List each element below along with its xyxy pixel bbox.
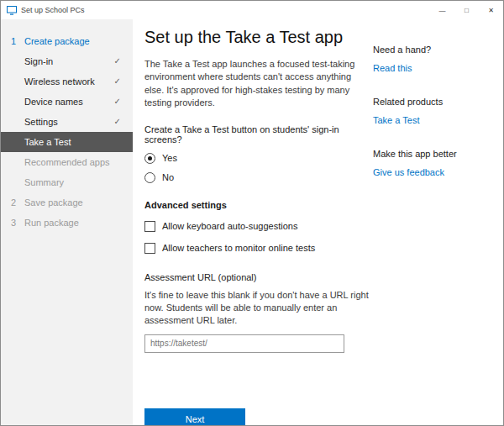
step-label: Create package [24,36,90,46]
check-icon: ✓ [114,57,121,66]
step-run-package: 3 Run package [1,213,133,233]
radio-option-no[interactable]: No [144,172,373,183]
sidebar-item-label: Summary [24,177,64,187]
sidebar-item-label: Device names [24,97,83,107]
radio-option-yes[interactable]: Yes [144,153,373,164]
checkbox-control[interactable] [144,221,155,232]
checkbox-keyboard-autosuggestions[interactable]: Allow keyboard auto-suggestions [144,221,373,232]
related-products-section: Related products Take a Test [373,97,503,125]
assessment-url-input[interactable] [144,334,344,353]
app-window: Set up School PCs — □ ✕ 1 Create package… [0,0,504,426]
checkbox-label: Allow teachers to monitor online tests [162,243,315,253]
sidebar-item-settings[interactable]: Settings ✓ [1,112,133,132]
signin-button-question: Create a Take a Test button on students'… [144,124,373,145]
sidebar-item-label: Take a Test [24,137,71,147]
step-number: 1 [11,36,24,46]
advanced-settings-heading: Advanced settings [144,200,373,210]
sidebar-item-wireless-network[interactable]: Wireless network ✓ [1,71,133,92]
sidebar-item-label: Settings [24,117,58,127]
make-app-better-heading: Make this app better [373,149,503,159]
app-icon [7,6,17,15]
read-this-link[interactable]: Read this [373,63,412,73]
window-title: Set up School PCs [21,6,85,14]
page-title: Set up the Take a Test app [144,28,373,47]
window-body: 1 Create package Sign-in ✓ Wireless netw… [1,19,503,425]
window-controls: — □ ✕ [430,1,503,19]
check-icon: ✓ [114,118,121,126]
feedback-section: Make this app better Give us feedback [373,149,503,177]
radio-yes-control[interactable] [144,153,155,164]
page-description: The Take a Test app launches a focused t… [144,58,373,110]
sidebar-item-label: Wireless network [24,76,95,87]
assessment-url-help: It's fine to leave this blank if you don… [144,289,373,328]
give-feedback-link[interactable]: Give us feedback [373,167,444,177]
assessment-url-label: Assessment URL (optional) [144,272,373,282]
radio-no-label: No [162,172,174,182]
sidebar-item-summary: Summary [1,172,133,192]
step-number: 3 [11,218,24,228]
step-label: Save package [24,197,83,208]
step-save-package: 2 Save package [1,192,133,213]
sidebar-item-label: Recommended apps [24,157,110,167]
need-a-hand-heading: Need a hand? [373,45,503,55]
sidebar-item-device-names[interactable]: Device names ✓ [1,92,133,112]
title-bar: Set up School PCs — □ ✕ [1,1,503,19]
checkbox-label: Allow keyboard auto-suggestions [162,221,297,231]
related-products-heading: Related products [373,97,503,107]
sidebar-item-recommended-apps: Recommended apps [1,152,133,172]
checkbox-control[interactable] [144,243,155,254]
main-content: Set up the Take a Test app The Take a Te… [133,19,373,425]
close-button[interactable]: ✕ [479,1,503,19]
check-icon: ✓ [114,77,121,86]
maximize-button[interactable]: □ [454,1,479,19]
need-a-hand-section: Need a hand? Read this [373,45,503,73]
sidebar-item-label: Sign-in [24,56,53,66]
checkbox-monitor-online-tests[interactable]: Allow teachers to monitor online tests [144,243,373,254]
sidebar-item-sign-in[interactable]: Sign-in ✓ [1,51,133,71]
radio-yes-label: Yes [162,153,177,163]
help-panel: Need a hand? Read this Related products … [373,19,503,425]
sidebar-item-take-a-test[interactable]: Take a Test [1,132,133,152]
sidebar: 1 Create package Sign-in ✓ Wireless netw… [1,19,133,425]
minimize-button[interactable]: — [430,1,454,19]
radio-no-control[interactable] [144,172,155,183]
next-button[interactable]: Next [144,408,245,426]
take-a-test-link[interactable]: Take a Test [373,115,419,125]
check-icon: ✓ [114,97,121,106]
step-number: 2 [11,197,24,208]
step-create-package[interactable]: 1 Create package [1,31,133,51]
step-label: Run package [24,218,79,228]
